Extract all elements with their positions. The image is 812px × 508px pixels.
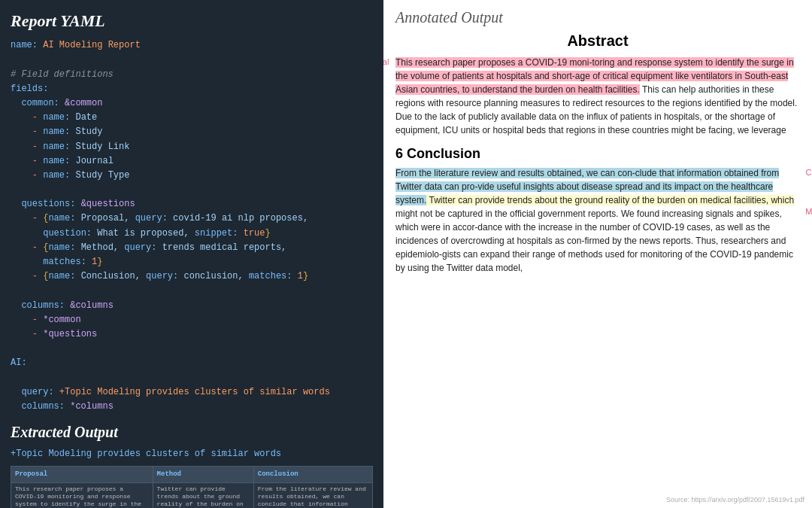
conclusion-section: 6 Conclusion From the literature review … [395, 146, 800, 275]
yaml-date: Date [75, 112, 97, 123]
table-cell-proposal: This research paper proposes a COVID-19 … [11, 482, 153, 508]
yaml-proposal-query-val: covid-19 ai nlp proposes, [173, 213, 308, 224]
yaml-study: Study [75, 126, 102, 137]
table-header-method: Method [153, 467, 253, 482]
yaml-content: name: AI Modeling Report # Field definit… [11, 38, 373, 414]
yaml-ai-query-val: +Topic Modeling provides clusters of sim… [59, 387, 330, 397]
yaml-name-key4: name: [43, 156, 75, 166]
yaml-close-brace1: } [265, 228, 270, 239]
yaml-dash10: - [32, 329, 43, 339]
report-title: Report YAML [11, 8, 373, 34]
extracted-table: Proposal Method Conclusion This research… [11, 466, 373, 508]
yaml-snippet-key: snippet: [195, 228, 244, 239]
yaml-matches-key1: matches: [43, 257, 92, 267]
yaml-dash7: - [32, 242, 43, 253]
left-panel: Report YAML name: AI Modeling Report # F… [0, 0, 383, 508]
yaml-proposal-name: name: [48, 213, 80, 224]
yaml-dash5: - [32, 170, 43, 181]
yaml-matches-key2: matches: [249, 271, 298, 281]
abstract-body: Proposal This research paper proposes a … [395, 56, 800, 137]
conclusion-yellow-text: Twitter can provide trends about the gro… [426, 195, 794, 205]
yaml-name-key5: name: [43, 170, 75, 181]
yaml-conclusion-name: name: [48, 271, 80, 281]
annotated-output-title: Annotated Output [395, 9, 800, 26]
yaml-ai-columns-key: columns: [21, 401, 70, 412]
yaml-dash1: - [32, 112, 43, 123]
conclusion-wrapper: From the literature review and results o… [395, 166, 800, 275]
yaml-dash9: - [32, 315, 43, 325]
yaml-columns-anchor: &columns [70, 300, 114, 311]
yaml-snippet-val: true [244, 228, 265, 239]
abstract-wrapper: Proposal This research paper proposes a … [395, 56, 800, 137]
right-panel: Annotated Output Abstract Proposal This … [383, 0, 812, 508]
yaml-method-query-val: trends medical reports, [162, 242, 287, 253]
yaml-common-key: common: [21, 98, 65, 108]
yaml-close-brace2: } [97, 257, 102, 267]
conclusion-rest-text: might not be captured in the official go… [395, 208, 793, 273]
yaml-name-key3: name: [43, 141, 75, 152]
source-text: Source: https://arxiv.org/pdf/2007.15619… [666, 496, 804, 503]
yaml-study-type: Study Type [75, 170, 129, 181]
yaml-columns-key: columns: [21, 300, 70, 311]
table-header-proposal: Proposal [11, 467, 153, 482]
yaml-columns-ref: *columns [70, 401, 114, 412]
yaml-common-anchor: &common [65, 98, 102, 108]
yaml-method-val: Method, [81, 242, 125, 253]
conclusion-body: From the literature review and results o… [395, 166, 800, 275]
yaml-proposal-val: Proposal, [81, 213, 135, 224]
yaml-ai-query-key: query: [21, 387, 59, 397]
table-header-conclusion: Conclusion [253, 467, 372, 482]
yaml-matches-val2: 1 [298, 271, 303, 281]
yaml-dash6: - [32, 213, 43, 224]
yaml-questions-anchor: &questions [81, 199, 135, 209]
yaml-common-ref: *common [43, 315, 80, 325]
method-annotation-label: Method [805, 205, 812, 218]
yaml-ai-key: AI: [11, 357, 27, 368]
yaml-question-val: What is proposed, [97, 228, 195, 239]
table-cell-method: Twitter can provide trends about the gro… [153, 482, 253, 508]
yaml-name-key1: name: [43, 112, 75, 123]
yaml-conclusion-val: Conclusion, [81, 271, 146, 281]
yaml-method-query-key: query: [124, 242, 162, 253]
yaml-dash3: - [32, 141, 43, 152]
table-row: This research paper proposes a COVID-19 … [11, 482, 373, 508]
yaml-name-key: name: [11, 40, 43, 50]
yaml-close-brace3: } [303, 271, 308, 281]
proposal-annotation-label: Proposal [383, 56, 389, 68]
table-cell-conclusion: From the literature review and results o… [253, 482, 372, 508]
conclusion-annotation-label: Conclusion [806, 166, 812, 179]
yaml-questions-key: questions: [21, 199, 80, 209]
yaml-name-key2: name: [43, 126, 75, 137]
yaml-comment: # Field definitions [11, 69, 114, 80]
extracted-output-title: Extracted Output [11, 420, 373, 444]
yaml-dash4: - [32, 156, 43, 166]
yaml-question-key: question: [43, 228, 97, 239]
abstract-title: Abstract [395, 32, 800, 50]
conclusion-heading: 6 Conclusion [395, 146, 800, 162]
yaml-questions-ref: *questions [43, 329, 97, 339]
yaml-dash2: - [32, 126, 43, 137]
yaml-fields: fields: [11, 84, 48, 94]
yaml-conclusion-query-val: conclusion, [183, 271, 248, 281]
yaml-method-name: name: [48, 242, 80, 253]
yaml-journal: Journal [75, 156, 113, 166]
yaml-dash8: - [32, 271, 43, 281]
yaml-name-value: AI Modeling Report [43, 40, 141, 50]
yaml-proposal-query-key: query: [135, 213, 173, 224]
yaml-study-link: Study Link [75, 141, 129, 152]
yaml-conclusion-query-key: query: [146, 271, 183, 281]
extracted-subtitle: +Topic Modeling provides clusters of sim… [11, 447, 373, 461]
